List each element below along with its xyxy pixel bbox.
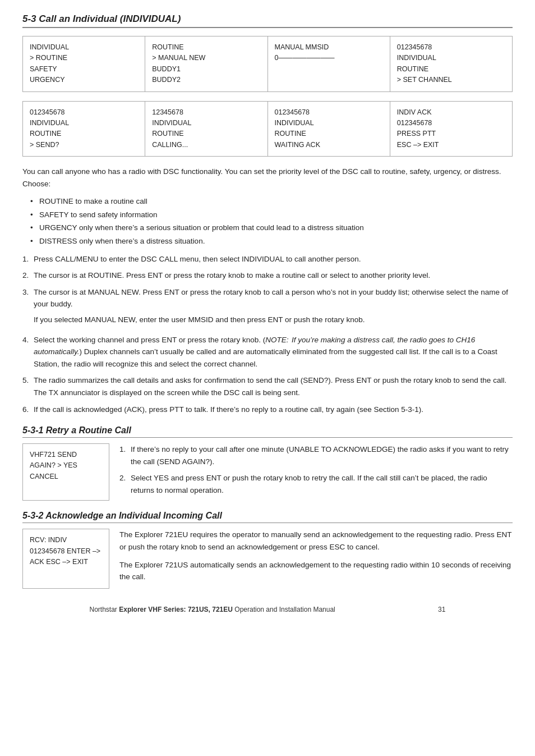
footer: Northstar Explorer VHF Series: 721US, 72… <box>22 606 513 613</box>
screens-row-2: 012345678 INDIVIDUAL ROUTINE > SEND? 123… <box>22 101 513 157</box>
screen-waiting-ack: 012345678 INDIVIDUAL ROUTINE WAITING ACK <box>268 102 390 157</box>
bullet-list: ROUTINE to make a routine call SAFETY to… <box>39 195 513 247</box>
step-3: 3. The cursor is at MANUAL NEW. Press EN… <box>22 286 513 329</box>
screen-send-again: VHF721 SEND AGAIN? > YES CANCEL <box>22 443 109 501</box>
intro-text: You can call anyone who has a radio with… <box>22 166 513 190</box>
531-step-2: 2. Select YES and press ENT or push the … <box>119 472 513 496</box>
section-532-title: 5-3-2 Acknowledge an Individual Incoming… <box>22 511 513 523</box>
main-steps: 1. Press CALL/MENU to enter the DSC CALL… <box>22 253 513 416</box>
screen-send: 012345678 INDIVIDUAL ROUTINE > SEND? <box>23 102 145 157</box>
bullet-distress: DISTRESS only when there’s a distress si… <box>39 235 513 248</box>
bullet-safety: SAFETY to send safety information <box>39 209 513 221</box>
step-6: 6. If the call is acknowledged (ACK), pr… <box>22 404 513 416</box>
step-1: 1. Press CALL/MENU to enter the DSC CALL… <box>22 253 513 265</box>
section-532-para2: The Explorer 721US automatically sends a… <box>119 559 513 583</box>
bullet-routine: ROUTINE to make a routine call <box>39 195 513 208</box>
531-step-1: 1. If there’s no reply to your call afte… <box>119 443 513 468</box>
section-532-para1: The Explorer 721EU requires the operator… <box>119 529 513 553</box>
section-531-steps-wrap: 1. If there’s no reply to your call afte… <box>119 443 513 501</box>
page-title: 5-3 Call an Individual (INDIVIDUAL) <box>22 13 513 28</box>
section-531-content: VHF721 SEND AGAIN? > YES CANCEL 1. If th… <box>22 443 513 501</box>
section-531-title: 5-3-1 Retry a Routine Call <box>22 425 513 438</box>
screens-row-1: INDIVIDUAL > ROUTINE SAFETY URGENCY ROUT… <box>22 36 513 92</box>
screen-routine-manual: ROUTINE > MANUAL NEW BUDDY1 BUDDY2 <box>145 36 268 91</box>
step-5: 5. The radio summarizes the call details… <box>22 374 513 398</box>
screen-set-channel: 012345678 INDIVIDUAL ROUTINE > SET CHANN… <box>390 36 512 91</box>
screen-calling: 12345678 INDIVIDUAL ROUTINE CALLING... <box>145 102 268 157</box>
screen-individual-routine: INDIVIDUAL > ROUTINE SAFETY URGENCY <box>23 36 145 91</box>
section-531-steps: 1. If there’s no reply to your call afte… <box>119 443 513 496</box>
step-2: 2. The cursor is at ROUTINE. Press ENT o… <box>22 269 513 282</box>
section-532-content: RCV: INDIV 012345678 ENTER –> ACK ESC –>… <box>22 529 513 588</box>
screen-rcv-indiv: RCV: INDIV 012345678 ENTER –> ACK ESC –>… <box>22 529 109 588</box>
section-532-paras: The Explorer 721EU requires the operator… <box>119 529 513 588</box>
screen-indiv-ack: INDIV ACK 012345678 PRESS PTT ESC –> EXI… <box>390 102 512 157</box>
bullet-urgency: URGENCY only when there’s a serious situ… <box>39 222 513 234</box>
step-4: 4. Select the working channel and press … <box>22 334 513 370</box>
screen-manual-mmsid: MANUAL MMSID 0———————— <box>268 36 390 91</box>
